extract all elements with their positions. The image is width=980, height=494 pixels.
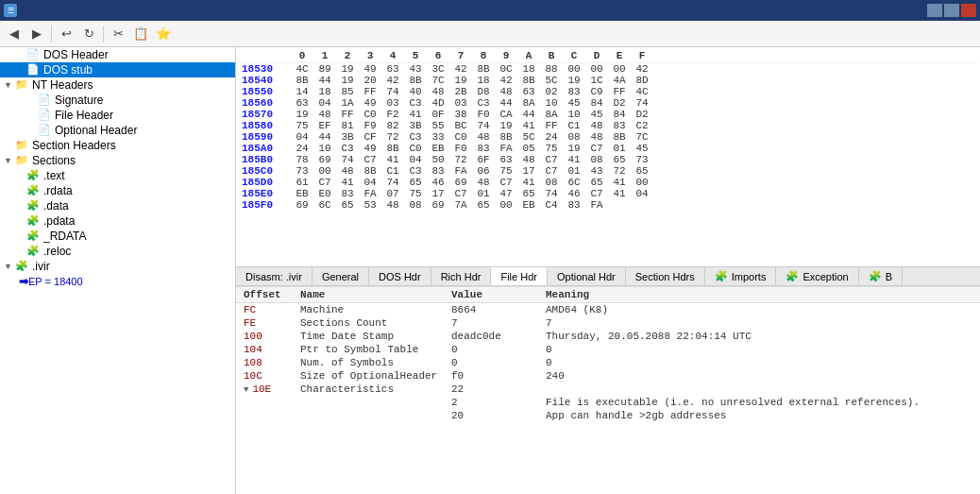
hex-byte[interactable]: C7 (313, 177, 336, 188)
hex-byte[interactable]: 78 (291, 154, 313, 165)
cut-button[interactable]: ✂ (108, 24, 128, 44)
hex-byte[interactable]: 65 (472, 199, 495, 211)
hex-byte[interactable]: 1A (336, 97, 359, 109)
hex-byte[interactable]: C3 (404, 165, 427, 177)
hex-byte[interactable]: 19 (563, 143, 585, 154)
close-button[interactable] (961, 4, 976, 17)
hex-byte[interactable]: 08 (404, 199, 427, 211)
hex-byte[interactable]: 00 (495, 199, 517, 211)
hex-byte[interactable]: 48 (585, 120, 608, 131)
hex-byte[interactable]: 44 (313, 131, 336, 143)
tree-item-reloc[interactable]: 🧩 .reloc (0, 244, 235, 259)
hex-byte[interactable]: 20 (359, 75, 381, 86)
tree-item-signature[interactable]: 📄 Signature (0, 93, 235, 108)
tree-item-rdata[interactable]: 🧩 .rdata (0, 183, 235, 198)
hex-byte[interactable]: 83 (472, 143, 495, 154)
info-row[interactable]: FE Sections Count 7 7 (236, 316, 980, 330)
hex-byte[interactable]: 3B (404, 120, 427, 131)
tree-item-sections[interactable]: ▼ 📁 Sections (0, 153, 235, 168)
hex-byte[interactable]: 89 (313, 63, 336, 75)
tab-exception[interactable]: 🧩 Exception (776, 267, 858, 285)
hex-byte[interactable]: C3 (336, 143, 359, 154)
hex-byte[interactable]: 63 (517, 86, 540, 97)
hex-byte[interactable]: 4C (631, 86, 653, 97)
hex-byte[interactable]: 8B (517, 75, 540, 86)
tab-optional-hdr[interactable]: Optional Hdr (548, 267, 626, 285)
undo-button[interactable]: ↩ (56, 24, 76, 44)
hex-byte[interactable]: 3C (427, 63, 449, 75)
hex-byte[interactable]: 63 (291, 97, 313, 109)
hex-byte[interactable]: F2 (381, 109, 404, 120)
hex-byte[interactable]: C2 (631, 120, 653, 131)
hex-byte[interactable]: 49 (359, 63, 381, 75)
hex-byte[interactable]: 04 (631, 188, 653, 199)
hex-byte[interactable]: 18 (517, 63, 540, 75)
hex-byte[interactable]: 48 (585, 131, 608, 143)
hex-byte[interactable]: 08 (585, 154, 608, 165)
hex-byte[interactable]: 73 (291, 165, 313, 177)
tree-item-nt-headers[interactable]: ▼ 📁 NT Headers (0, 77, 235, 93)
hex-byte[interactable]: 65 (404, 177, 427, 188)
hex-byte[interactable]: EB (517, 199, 540, 211)
hex-byte[interactable]: FA (585, 199, 608, 211)
hex-byte[interactable]: 65 (336, 199, 359, 211)
hex-byte[interactable]: 74 (631, 97, 653, 109)
hex-byte[interactable]: 03 (381, 97, 404, 109)
hex-byte[interactable]: 08 (563, 131, 585, 143)
hex-byte[interactable]: 38 (449, 109, 472, 120)
hex-byte[interactable]: D2 (631, 109, 653, 120)
tree-item-dos-stub[interactable]: 📄 DOS stub (0, 62, 235, 77)
hex-byte[interactable]: 61 (291, 177, 313, 188)
hex-byte[interactable]: C3 (404, 97, 427, 109)
hex-byte[interactable]: C7 (585, 188, 608, 199)
hex-byte[interactable]: 75 (540, 143, 563, 154)
hex-byte[interactable]: 45 (563, 97, 585, 109)
hex-byte[interactable]: 19 (563, 75, 585, 86)
hex-byte[interactable]: 41 (381, 154, 404, 165)
hex-byte[interactable]: 74 (381, 86, 404, 97)
hex-byte[interactable]: 10 (563, 109, 585, 120)
info-row[interactable]: 20 App can handle >2gb addresses (236, 409, 980, 422)
hex-byte[interactable]: 48 (472, 177, 495, 188)
tab-b[interactable]: 🧩 B (859, 267, 903, 285)
hex-byte[interactable]: EB (291, 188, 313, 199)
hex-byte[interactable]: 08 (540, 177, 563, 188)
hex-byte[interactable]: F9 (359, 120, 381, 131)
hex-byte[interactable]: 63 (495, 154, 517, 165)
forward-button[interactable]: ▶ (26, 24, 47, 44)
hex-byte[interactable]: 8B (381, 143, 404, 154)
hex-byte[interactable]: 49 (359, 97, 381, 109)
info-row[interactable]: 104 Ptr to Symbol Table 0 0 (236, 343, 980, 356)
hex-byte[interactable]: 41 (517, 120, 540, 131)
hex-byte[interactable]: 8A (517, 97, 540, 109)
hex-byte[interactable]: C9 (585, 86, 608, 97)
hex-byte[interactable]: BC (449, 120, 472, 131)
hex-byte[interactable]: 01 (563, 165, 585, 177)
bookmark-button[interactable]: ⭐ (153, 24, 174, 44)
hex-byte[interactable]: 41 (336, 177, 359, 188)
hex-byte[interactable]: 8B (404, 75, 427, 86)
hex-byte[interactable]: 4D (427, 97, 449, 109)
hex-byte[interactable]: FA (495, 143, 517, 154)
hex-byte[interactable]: 8B (291, 75, 313, 86)
hex-byte[interactable]: FF (336, 109, 359, 120)
hex-byte[interactable]: 42 (449, 63, 472, 75)
hex-byte[interactable]: FF (540, 120, 563, 131)
info-row[interactable]: 10C Size of OptionalHeader f0 240 (236, 369, 980, 383)
hex-byte[interactable]: 19 (336, 75, 359, 86)
info-row[interactable]: 100 Time Date Stamp deadc0de Thursday, 2… (236, 330, 980, 343)
tab-disasm[interactable]: Disasm: .ivir (236, 267, 313, 285)
tree-item-text[interactable]: 🧩 .text (0, 168, 235, 183)
hex-byte[interactable]: 47 (495, 188, 517, 199)
hex-byte[interactable]: 48 (381, 199, 404, 211)
hex-byte[interactable]: 69 (291, 199, 313, 211)
hex-byte[interactable]: C0 (359, 109, 381, 120)
hex-byte[interactable]: C7 (540, 154, 563, 165)
hex-byte[interactable]: 42 (495, 75, 517, 86)
tree-item-ep[interactable]: ➡ EP = 18400 (0, 274, 235, 289)
hex-byte[interactable]: C7 (540, 165, 563, 177)
hex-byte[interactable]: F0 (449, 143, 472, 154)
hex-byte[interactable]: 8D (631, 75, 653, 86)
hex-byte[interactable]: 17 (427, 188, 449, 199)
hex-byte[interactable]: 50 (427, 154, 449, 165)
